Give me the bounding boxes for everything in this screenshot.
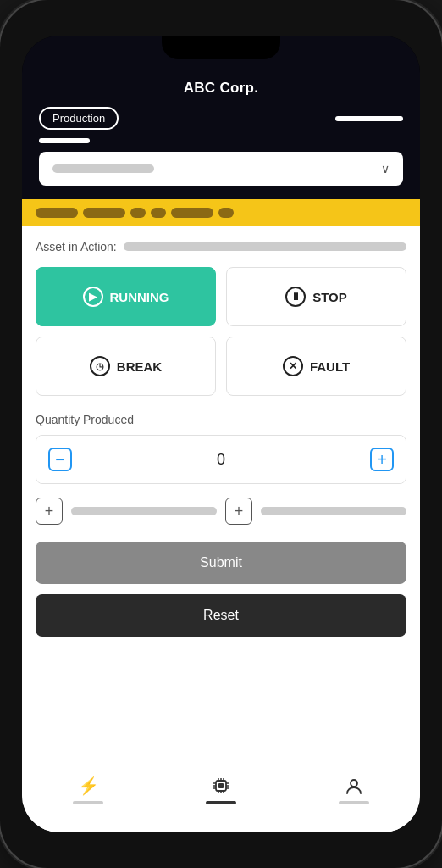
top-controls: Production ∨	[22, 107, 420, 199]
notch	[162, 36, 280, 59]
person-icon	[344, 776, 364, 796]
dropdown-container[interactable]: ∨	[39, 152, 403, 186]
nav-bar-processor	[206, 801, 236, 804]
asset-row: Asset in Action:	[36, 240, 406, 253]
running-icon: ▶	[83, 287, 103, 307]
status-dot-1	[36, 208, 78, 218]
status-progress-bar	[22, 199, 420, 226]
bottom-nav: ⚡	[22, 765, 420, 832]
processor-icon	[211, 776, 231, 796]
running-button[interactable]: ▶ RUNNING	[36, 267, 216, 326]
production-badge[interactable]: Production	[39, 107, 119, 130]
lightning-icon: ⚡	[78, 776, 98, 796]
quantity-value: 0	[84, 451, 358, 469]
running-label: RUNNING	[110, 290, 169, 304]
plus-icon: +	[370, 448, 394, 471]
status-dot-6	[218, 208, 234, 218]
fault-icon: ✕	[283, 356, 303, 376]
quantity-decrement-button[interactable]: −	[36, 436, 84, 483]
nav-item-processor[interactable]	[206, 776, 236, 804]
asset-label: Asset in Action:	[36, 240, 117, 253]
app-title-bar: ABC Corp.	[22, 73, 420, 107]
nav-bar-lightning	[73, 801, 103, 804]
asset-value-bar	[124, 242, 406, 251]
extra-row: + +	[36, 498, 406, 525]
top-bar-small-indicator	[39, 138, 90, 143]
svg-rect-1	[218, 783, 224, 788]
stop-icon: ⏸	[285, 287, 306, 307]
top-row: Production	[39, 107, 403, 130]
extra-add-button-1[interactable]: +	[36, 498, 63, 525]
status-dot-3	[130, 208, 146, 218]
status-dot-5	[171, 208, 213, 218]
phone-frame: ABC Corp. Production ∨	[0, 0, 442, 868]
fault-button[interactable]: ✕ FAULT	[226, 337, 406, 396]
stop-label: STOP	[312, 290, 347, 304]
main-content: Asset in Action: ▶ RUNNING ⏸	[22, 199, 420, 832]
break-label: BREAK	[117, 359, 162, 374]
top-bar-right-indicator	[335, 116, 403, 121]
minus-icon: −	[48, 448, 72, 471]
status-dot-2	[83, 208, 125, 218]
extra-add-button-2[interactable]: +	[225, 498, 252, 525]
break-icon: ◷	[90, 356, 110, 376]
nav-item-lightning[interactable]: ⚡	[73, 776, 103, 804]
stop-button[interactable]: ⏸ STOP	[226, 267, 406, 326]
status-dot-4	[151, 208, 166, 218]
quantity-label: Quantity Produced	[36, 413, 406, 426]
action-grid: ▶ RUNNING ⏸ STOP ◷ BREAK	[36, 267, 406, 396]
extra-bar-1	[71, 507, 217, 515]
phone-screen: ABC Corp. Production ∨	[22, 36, 420, 832]
nav-bar-person	[339, 801, 369, 804]
content-area: Asset in Action: ▶ RUNNING ⏸	[22, 226, 420, 765]
chevron-down-icon: ∨	[381, 162, 390, 175]
reset-button[interactable]: Reset	[36, 594, 406, 637]
quantity-increment-button[interactable]: +	[358, 436, 406, 483]
submit-button[interactable]: Submit	[36, 542, 406, 584]
app-title: ABC Corp.	[184, 80, 259, 96]
break-button[interactable]: ◷ BREAK	[36, 337, 216, 396]
nav-item-person[interactable]	[339, 776, 369, 804]
svg-point-14	[351, 780, 357, 787]
quantity-control: − 0 +	[36, 435, 406, 484]
extra-bar-2	[261, 507, 406, 515]
fault-label: FAULT	[310, 359, 350, 374]
dropdown-placeholder-bar	[52, 164, 154, 173]
